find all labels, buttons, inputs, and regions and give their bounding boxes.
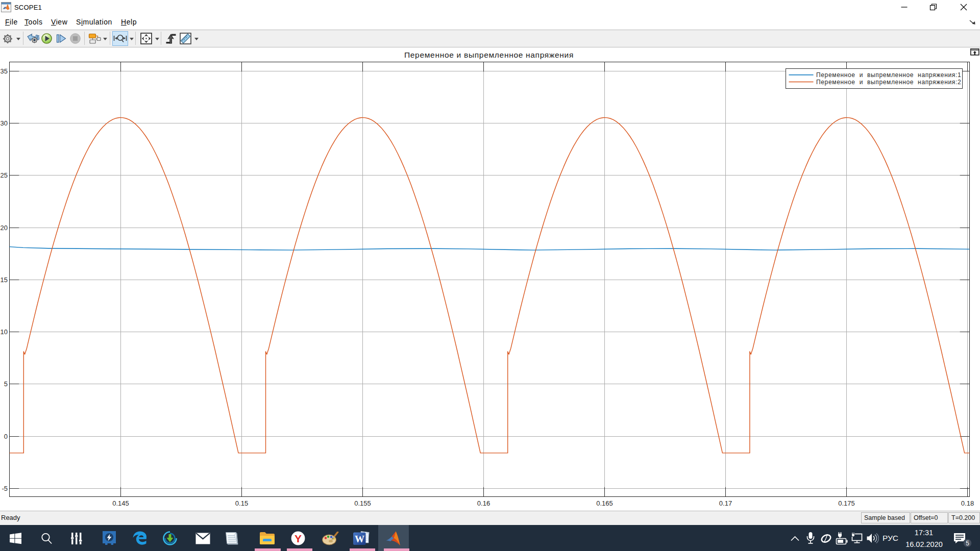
svg-text:0.165: 0.165 [596, 499, 613, 507]
svg-text:W: W [355, 534, 364, 544]
svg-text:10: 10 [1, 328, 8, 336]
svg-text:35: 35 [1, 67, 8, 75]
svg-text:0.145: 0.145 [112, 499, 129, 507]
svg-text:5: 5 [966, 540, 969, 547]
svg-text:0.16: 0.16 [477, 499, 490, 507]
svg-text:0.17: 0.17 [719, 499, 732, 507]
svg-text:Переменное и выпремленное н: Переменное и выпремленное напряжения:2 [816, 79, 961, 86]
svg-text:0.155: 0.155 [354, 499, 371, 507]
svg-text:20: 20 [1, 224, 8, 232]
svg-text:Переменное и выпремленное напр: Переменное и выпремленное напряжения [404, 51, 574, 59]
svg-text:0.18: 0.18 [961, 499, 974, 507]
svg-text:15: 15 [1, 276, 8, 284]
svg-text:-5: -5 [2, 485, 8, 492]
svg-text:0: 0 [4, 433, 8, 440]
svg-text:0.175: 0.175 [838, 499, 855, 507]
svg-text:Переменное и выпремленное н: Переменное и выпремленное напряжения:1 [816, 71, 961, 79]
svg-text:0.15: 0.15 [235, 499, 248, 507]
svg-text:30: 30 [1, 119, 8, 127]
svg-text:25: 25 [1, 171, 8, 179]
svg-text:5: 5 [4, 380, 8, 388]
svg-text:Y: Y [295, 533, 302, 544]
